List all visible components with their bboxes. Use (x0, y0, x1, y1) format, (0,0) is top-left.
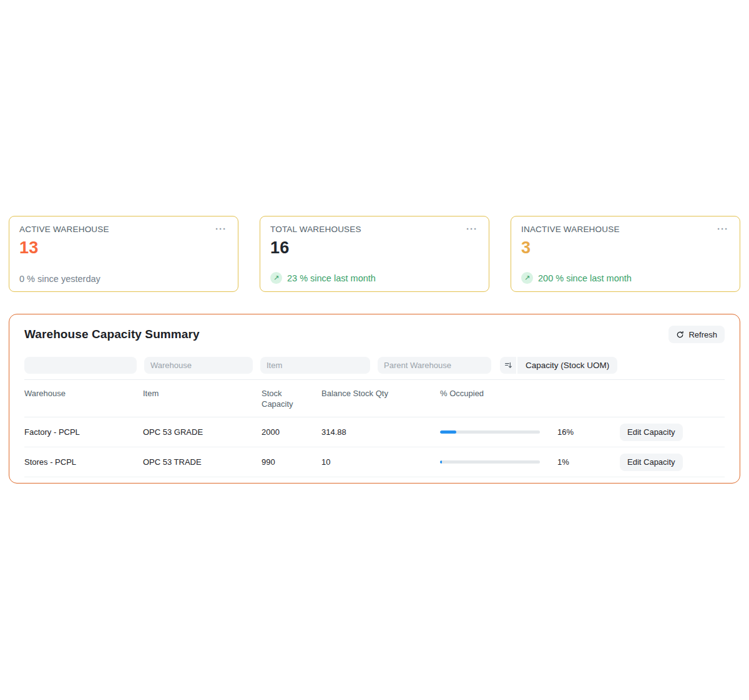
stat-card-total-warehouses: TOTAL WAREHOUSES ··· 16 ↗ 23 % since las… (260, 216, 489, 292)
card-menu-icon[interactable]: ··· (465, 225, 479, 233)
edit-capacity-button[interactable]: Edit Capacity (620, 454, 683, 471)
summary-title: Warehouse Capacity Summary (24, 328, 200, 341)
cell-balance-stock-qty: 10 (321, 457, 440, 467)
stat-card-title: TOTAL WAREHOUSES (270, 225, 361, 234)
cell-warehouse: Stores - PCPL (24, 457, 143, 467)
column-header-warehouse: Warehouse (24, 388, 143, 399)
table-row: Stores - PCPL OPC 53 TRADE 990 10 1% Edi… (24, 447, 725, 477)
percent-occupied-label: 16% (557, 427, 574, 437)
cell-warehouse: Factory - PCPL (24, 427, 143, 437)
stat-card-change-text: 200 % since last month (538, 273, 632, 283)
edit-capacity-button[interactable]: Edit Capacity (620, 424, 683, 441)
column-header-stock-capacity: Stock Capacity (262, 388, 321, 409)
column-header-item: Item (143, 388, 262, 399)
filter-input-blank[interactable] (24, 357, 137, 374)
stat-card-title: ACTIVE WAREHOUSE (19, 225, 109, 234)
filter-row: Capacity (Stock UOM) (24, 357, 725, 374)
card-menu-icon[interactable]: ··· (214, 225, 228, 233)
progress-bar (440, 460, 540, 464)
percent-occupied-label: 1% (557, 457, 569, 467)
refresh-button-label: Refresh (688, 330, 717, 339)
stat-card-title: INACTIVE WAREHOUSE (521, 225, 620, 234)
trend-up-icon: ↗ (521, 272, 533, 284)
capacity-table: Warehouse Item Stock Capacity Balance St… (24, 379, 725, 477)
refresh-button[interactable]: Refresh (668, 326, 725, 343)
column-header-occupied: % Occupied (440, 388, 620, 399)
table-row: Factory - PCPL OPC 53 GRADE 2000 314.88 … (24, 417, 725, 447)
card-menu-icon[interactable]: ··· (716, 225, 730, 233)
cell-item: OPC 53 TRADE (143, 457, 262, 467)
cell-balance-stock-qty: 314.88 (321, 427, 440, 437)
stat-card-change-text: 23 % since last month (287, 273, 376, 283)
refresh-icon (676, 331, 684, 339)
stat-card-value: 16 (270, 238, 479, 258)
sort-icon (504, 361, 512, 369)
stat-cards-row: ACTIVE WAREHOUSE ··· 13 0 % since yester… (9, 216, 740, 292)
column-header-balance-stock-qty: Balance Stock Qty (321, 388, 440, 399)
filter-input-warehouse[interactable] (144, 357, 253, 374)
sort-order-button[interactable] (500, 357, 516, 374)
progress-bar-fill (440, 460, 442, 464)
cell-stock-capacity: 990 (262, 457, 321, 467)
filter-input-parent-warehouse[interactable] (378, 357, 491, 374)
stat-card-value: 3 (521, 238, 730, 258)
stat-card-change-text: 0 % since yesterday (19, 274, 100, 284)
progress-bar (440, 430, 540, 434)
cell-stock-capacity: 2000 (262, 427, 321, 437)
trend-up-icon: ↗ (270, 272, 282, 284)
progress-bar-fill (440, 430, 456, 434)
stat-card-active-warehouse: ACTIVE WAREHOUSE ··· 13 0 % since yester… (9, 216, 238, 292)
table-header-row: Warehouse Item Stock Capacity Balance St… (24, 380, 725, 417)
filter-input-item[interactable] (260, 357, 370, 374)
stat-card-value: 13 (19, 238, 228, 258)
warehouse-capacity-summary-card: Warehouse Capacity Summary Refresh (9, 314, 740, 484)
cell-item: OPC 53 GRADE (143, 427, 262, 437)
sort-field-button[interactable]: Capacity (Stock UOM) (517, 357, 617, 374)
stat-card-inactive-warehouse: INACTIVE WAREHOUSE ··· 3 ↗ 200 % since l… (511, 216, 740, 292)
